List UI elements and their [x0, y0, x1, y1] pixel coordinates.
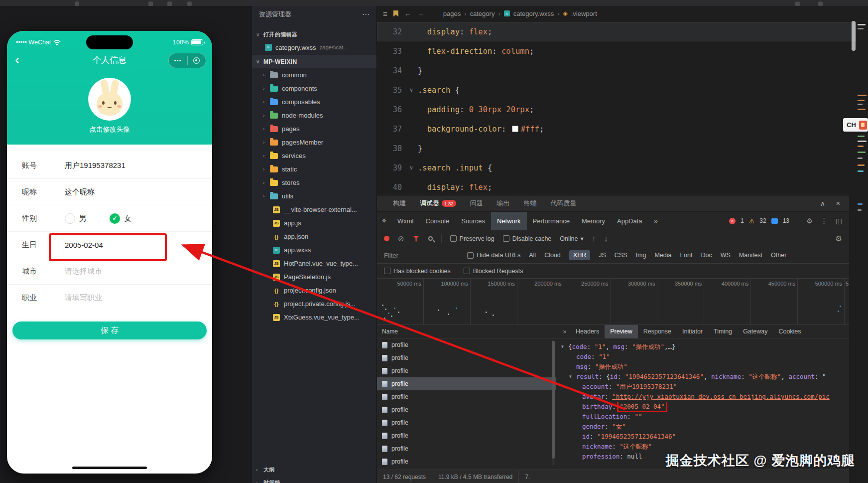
list-icon[interactable]: ≡	[383, 9, 387, 18]
open-editor-item[interactable]: ≈ category.wxss pages\cat...	[252, 41, 376, 54]
request-row[interactable]: profile	[377, 338, 556, 351]
sidebar-folder-static[interactable]: › static	[252, 162, 376, 176]
request-list-scrollbar[interactable]	[552, 340, 555, 466]
filter-type-xhr[interactable]: XHR	[569, 250, 590, 260]
filter-type-media[interactable]: Media	[654, 252, 671, 259]
filter-type-ws[interactable]: WS	[721, 252, 731, 259]
error-count[interactable]: 1	[741, 217, 744, 224]
search-icon[interactable]	[428, 236, 433, 241]
radio-male[interactable]	[65, 213, 75, 224]
tab-terminal[interactable]: 终端	[524, 199, 537, 208]
tab-initiator[interactable]: Initiator	[677, 325, 708, 338]
sidebar-folder-utils[interactable]: › utils	[252, 189, 376, 203]
record-icon[interactable]	[384, 236, 389, 241]
form-row-profession[interactable]: 职业 请填写职业	[7, 285, 212, 311]
preview-id[interactable]: id: "1994652357123641346"	[561, 432, 849, 442]
profession-placeholder[interactable]: 请填写职业	[65, 293, 102, 303]
toolbar-icon[interactable]	[148, 1, 153, 6]
tab-network[interactable]: Network	[491, 212, 527, 230]
save-button[interactable]: 保 存	[12, 322, 207, 339]
file-xtxguess[interactable]: JS XtxGuess.vue_vue_type...	[252, 311, 376, 324]
female-label[interactable]: 女	[124, 214, 131, 223]
back-icon[interactable]: ‹	[15, 51, 19, 69]
toolbar-icon[interactable]	[75, 1, 79, 6]
outline-section[interactable]: › 大纲	[252, 463, 376, 476]
preview-code[interactable]: code: "1"	[561, 352, 849, 362]
toolbar-icon[interactable]	[187, 1, 192, 6]
request-row[interactable]: profile	[377, 455, 556, 468]
tab-response[interactable]: Response	[638, 325, 677, 338]
project-root[interactable]: ∨ MP-WEIXIN	[252, 55, 376, 68]
inspect-element-icon[interactable]: ⌖	[382, 216, 386, 225]
tab-build[interactable]: 构建	[393, 199, 406, 208]
throttling-dropdown[interactable]: Online ▾	[560, 235, 583, 242]
sidebar-folder-pagesMember[interactable]: › pagesMember	[252, 136, 376, 149]
file-app-json[interactable]: {} app.json	[252, 230, 376, 243]
code-line-40[interactable]: 40 display: flex;	[377, 177, 856, 195]
collapse-panel-icon[interactable]: ∧	[820, 199, 825, 207]
blocked-requests-checkbox[interactable]: Blocked Requests	[464, 268, 523, 275]
request-row-selected[interactable]: profile	[377, 377, 556, 390]
code-line-39[interactable]: 39 ∨ .search .input {	[377, 158, 856, 177]
network-timeline[interactable]: 50000 ms 100000 ms 150000 ms 200000 ms 2…	[377, 279, 849, 325]
filter-type-cloud[interactable]: Cloud	[544, 252, 561, 259]
breadcrumb-category[interactable]: category	[470, 10, 495, 17]
preview-account[interactable]: account: "用户19195378231"	[561, 382, 849, 392]
nav-forward-icon[interactable]: →	[417, 9, 424, 17]
request-row[interactable]: profile	[377, 442, 556, 455]
tab-performance[interactable]: Performance	[527, 212, 576, 230]
minimap[interactable]	[856, 6, 868, 483]
breadcrumb-pages[interactable]: pages	[443, 10, 461, 17]
kebab-menu-icon[interactable]: ⋮	[821, 217, 828, 225]
sidebar-folder-components[interactable]: › components	[252, 82, 376, 95]
import-har-icon[interactable]: ↑	[592, 234, 596, 243]
network-settings-gear-icon[interactable]: ⚙	[836, 234, 842, 243]
code-line-34[interactable]: 34 }	[377, 61, 856, 80]
tab-memory[interactable]: Memory	[576, 212, 611, 230]
request-row[interactable]: profile	[377, 390, 556, 403]
sidebar-folder-pages[interactable]: › pages	[252, 122, 376, 136]
form-row-city[interactable]: 城市 请选择城市	[7, 258, 212, 285]
avatar-caption[interactable]: 点击修改头像	[7, 125, 212, 134]
code-line-37[interactable]: 37 background-color: #fff;	[377, 119, 856, 139]
preview-fulllocation[interactable]: fullLocation: ""	[561, 412, 849, 422]
export-har-icon[interactable]: ↓	[604, 234, 608, 243]
preserve-log-checkbox[interactable]: Preserve log	[450, 235, 495, 242]
tab-wxml[interactable]: Wxml	[391, 212, 420, 230]
file-app-wxss[interactable]: ≈ app.wxss	[252, 243, 376, 257]
request-row[interactable]: profile	[377, 429, 556, 442]
code-line-35[interactable]: 35 ∨ .search {	[377, 80, 856, 100]
filter-type-manifest[interactable]: Manifest	[739, 252, 762, 259]
file-pageskeleton[interactable]: JS PageSkeleton.js	[252, 270, 376, 284]
filter-funnel-icon[interactable]	[413, 236, 420, 242]
filter-type-font[interactable]: Font	[680, 252, 692, 259]
close-panel-icon[interactable]: ×	[836, 199, 840, 207]
tab-problems[interactable]: 问题	[470, 199, 483, 208]
settings-gear-icon[interactable]: ⚙	[806, 217, 813, 225]
preview-nickname[interactable]: nickname: "这个昵称"	[561, 442, 849, 452]
filter-type-doc[interactable]: Doc	[701, 252, 712, 259]
filter-type-css[interactable]: CSS	[615, 252, 627, 259]
tab-timing[interactable]: Timing	[708, 325, 738, 338]
tab-preview[interactable]: Preview	[605, 325, 637, 338]
preview-birthday[interactable]: birthday: "2005-02-04"	[561, 402, 849, 412]
more-menu-icon[interactable]: •••	[169, 58, 187, 63]
blocked-cookies-checkbox[interactable]: Has blocked cookies	[384, 268, 451, 275]
sidebar-folder-node-modules[interactable]: › node-modules	[252, 109, 376, 122]
filter-type-all[interactable]: All	[529, 252, 536, 259]
tab-sources[interactable]: Sources	[455, 212, 491, 230]
preview-msg[interactable]: msg: "操作成功"	[561, 362, 849, 372]
expand-triangle-icon[interactable]: ▼	[569, 372, 576, 382]
request-row[interactable]: profile	[377, 364, 556, 377]
filter-type-other[interactable]: Other	[771, 252, 786, 259]
warning-count[interactable]: 32	[759, 217, 766, 224]
editor-scrollbar[interactable]	[852, 21, 856, 51]
city-placeholder[interactable]: 请选择城市	[65, 267, 102, 276]
toolbar-icon[interactable]	[167, 1, 172, 6]
request-row[interactable]: profile	[377, 416, 556, 429]
tab-appdata[interactable]: AppData	[611, 212, 648, 230]
tab-code-quality[interactable]: 代码质量	[551, 199, 577, 208]
nav-back-icon[interactable]: ←	[404, 9, 411, 17]
male-label[interactable]: 男	[79, 214, 87, 223]
code-line-38[interactable]: 38 }	[377, 139, 856, 158]
